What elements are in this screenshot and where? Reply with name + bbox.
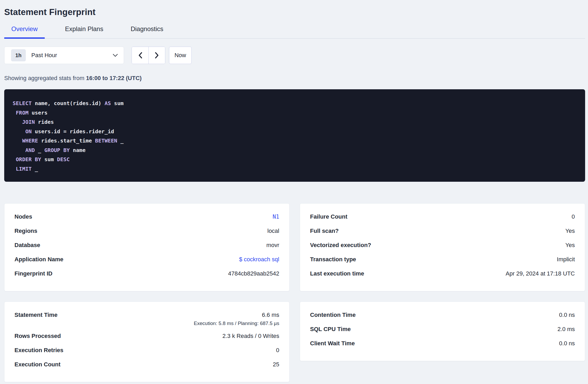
stat-value: 0.0 ns <box>559 311 575 319</box>
sql-keyword: DESC <box>57 156 70 163</box>
stat-label: Nodes <box>14 213 32 220</box>
stat-row: Databasemovr <box>14 242 279 256</box>
stat-value-cell: local <box>267 227 279 235</box>
time-range-dropdown[interactable]: 1h Past Hour <box>4 47 124 64</box>
stat-label: Failure Count <box>310 213 347 220</box>
tab-explain-plans[interactable]: Explain Plans <box>58 25 110 38</box>
statement-times-card: Statement Time6.6 msExecution: 5.8 ms / … <box>4 302 290 382</box>
stat-row: Failure Count0 <box>310 213 575 227</box>
stat-label: Transaction type <box>310 256 356 263</box>
sql-text: sum <box>41 156 57 163</box>
stat-value-cell: 4784cb829aab2542 <box>228 270 279 277</box>
time-controls: 1h Past Hour Now <box>4 47 585 64</box>
stat-value-link[interactable]: N1 <box>273 213 279 220</box>
stat-row: Application Name$ cockroach sql <box>14 256 279 270</box>
sql-text <box>13 166 16 172</box>
stat-value-cell: 25 <box>273 361 279 368</box>
stat-value-cell: 0.0 ns <box>559 340 575 347</box>
stat-subvalue: Execution: 5.8 ms / Planning: 687.5 µs <box>194 320 279 327</box>
time-range-label: Past Hour <box>31 52 57 59</box>
sql-line: ORDER BY sum DESC <box>13 155 577 164</box>
sql-keyword: AND <box>25 147 35 153</box>
stat-value: movr <box>266 242 279 249</box>
stat-label: Database <box>14 242 40 249</box>
tab-overview[interactable]: Overview <box>4 25 45 38</box>
stat-value: 2.0 ms <box>557 326 575 333</box>
interval-badge: 1h <box>11 49 26 61</box>
sql-text: name <box>70 147 86 153</box>
sql-line: ON users.id = rides.rider_id <box>13 127 577 136</box>
sql-text <box>13 137 22 144</box>
stat-row: Last execution timeApr 29, 2024 at 17:18… <box>310 270 575 284</box>
sql-keyword: AS <box>104 100 111 106</box>
sql-keyword: ON <box>25 128 32 135</box>
sql-text: _ <box>32 166 38 172</box>
chevron-right-icon <box>155 52 159 59</box>
stat-value-cell: 0 <box>572 213 575 220</box>
sql-text: rides <box>35 119 54 125</box>
stat-value: 0.0 ns <box>559 340 575 347</box>
sql-text: name, count(rides.id) <box>32 100 104 106</box>
aggregated-stats-caption: Showing aggregated stats from 16:00 to 1… <box>4 75 585 81</box>
summary-cards-row-2: Statement Time6.6 msExecution: 5.8 ms / … <box>4 302 585 382</box>
stat-row: SQL CPU Time2.0 ms <box>310 326 575 340</box>
stat-value-cell: 2.0 ms <box>557 326 575 333</box>
stat-value-cell: 0 <box>276 347 279 354</box>
time-step-buttons <box>132 47 165 64</box>
stat-value: Implicit <box>557 256 575 263</box>
stat-value-cell: Implicit <box>557 256 575 263</box>
stat-value-cell: Apr 29, 2024 at 17:18 UTC <box>506 270 575 277</box>
sql-text: _ <box>35 147 44 153</box>
sql-line: WHERE rides.start_time BETWEEN _ <box>13 136 577 146</box>
stat-value-link[interactable]: $ cockroach sql <box>239 256 279 263</box>
stats-caption-range: 16:00 to 17:22 (UTC) <box>86 75 142 81</box>
stat-label: Execution Count <box>14 361 61 368</box>
next-interval-button[interactable] <box>148 47 165 64</box>
stat-value: local <box>267 227 279 235</box>
wait-times-card: Contention Time0.0 nsSQL CPU Time2.0 msC… <box>300 302 585 361</box>
stat-row: Statement Time6.6 msExecution: 5.8 ms / … <box>14 311 279 332</box>
stat-value-cell: Yes <box>565 242 575 249</box>
now-button[interactable]: Now <box>169 47 192 64</box>
stat-value: 0 <box>572 213 575 220</box>
sql-keyword: SELECT <box>13 100 32 106</box>
sql-code: SELECT name, count(rides.id) AS sum FROM… <box>13 99 577 174</box>
stat-value-cell: Yes <box>565 227 575 235</box>
stat-row: Vectorized execution?Yes <box>310 242 575 256</box>
stat-row: Fingerprint ID4784cb829aab2542 <box>14 270 279 284</box>
sql-text: _ <box>117 137 123 144</box>
sql-text <box>13 119 22 125</box>
statement-fingerprint-page: Statement Fingerprint Overview Explain P… <box>0 0 588 384</box>
stat-row: Regionslocal <box>14 227 279 242</box>
stat-label: Last execution time <box>310 270 364 277</box>
sql-keyword: GROUP BY <box>44 147 69 153</box>
stat-row: Client Wait Time0.0 ns <box>310 340 575 354</box>
stat-label: Application Name <box>14 256 63 263</box>
stat-label: Vectorized execution? <box>310 242 371 249</box>
stat-label: Statement Time <box>14 311 57 319</box>
sql-keyword: LIMIT <box>16 166 32 172</box>
stat-row: Execution Count25 <box>14 361 279 375</box>
sql-keyword: JOIN <box>22 119 35 125</box>
previous-interval-button[interactable] <box>132 47 148 64</box>
sql-keyword: BETWEEN <box>95 137 117 144</box>
stat-label: Fingerprint ID <box>14 270 52 277</box>
chevron-left-icon <box>138 52 143 59</box>
stat-label: Contention Time <box>310 311 356 319</box>
tab-bar: Overview Explain Plans Diagnostics <box>4 25 585 39</box>
sql-keyword: FROM <box>16 110 28 116</box>
sql-line: AND _ GROUP BY name <box>13 146 577 155</box>
stat-label: Rows Processed <box>14 332 61 340</box>
stat-label: Full scan? <box>310 227 339 235</box>
sql-keyword: ORDER BY <box>16 156 41 163</box>
sql-statement-box: SELECT name, count(rides.id) AS sum FROM… <box>4 89 585 182</box>
stat-row: Transaction typeImplicit <box>310 256 575 270</box>
stat-row: Contention Time0.0 ns <box>310 311 575 326</box>
stat-value: 0 <box>276 347 279 354</box>
sql-text: users.id = rides.rider_id <box>32 128 114 135</box>
stat-label: SQL CPU Time <box>310 326 351 333</box>
stat-value-cell: N1 <box>273 213 279 220</box>
chevron-down-icon <box>113 54 118 57</box>
tab-diagnostics[interactable]: Diagnostics <box>123 25 170 38</box>
sql-text: rides.start_time <box>38 137 95 144</box>
